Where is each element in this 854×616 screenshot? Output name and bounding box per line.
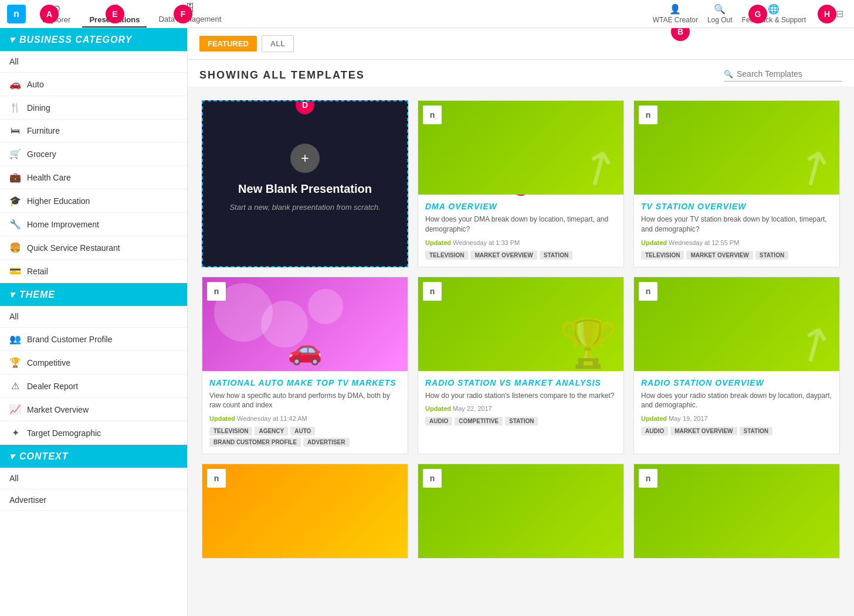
dealer-report-icon: ⚠ (9, 380, 21, 392)
nav-logout-label: Log Out (707, 16, 733, 24)
sidebar-item-dining[interactable]: 🍴 Dining (0, 96, 187, 120)
dma-arrow-icon: ↗ (567, 134, 623, 195)
sidebar-item-all-business[interactable]: All (0, 51, 187, 73)
badge-e: E (106, 5, 124, 23)
sidebar-brand-customer-label: Brand Customer Profile (27, 335, 113, 344)
theme-label: THEME (19, 290, 55, 300)
sidebar-item-furniture[interactable]: 🛏 Furniture (0, 120, 187, 142)
logout-icon: 🔍 (714, 4, 726, 15)
sidebar-dealer-label: Dealer Report (27, 382, 78, 391)
dma-tag-2: STATION (540, 251, 572, 260)
app-logo[interactable]: n (7, 5, 26, 23)
badge-d: D (296, 100, 314, 114)
new-blank-subtitle: Start a new, blank presentation from scr… (229, 203, 380, 212)
sidebar-item-all-context[interactable]: All (0, 468, 187, 489)
dma-card-title: DMA OVERVIEW (425, 202, 616, 211)
business-category-header[interactable]: ▾ BUSINESS CATEGORY (0, 28, 187, 51)
radio-vs-desc: How do your radio station's listeners co… (425, 391, 616, 401)
national-auto-tag-4: ADVERTISER (303, 438, 349, 447)
bottom-card-3-image: n (634, 464, 839, 558)
radio-overview-desc: How does your radio station break down b… (641, 391, 832, 411)
tv-station-card[interactable]: n ↗ TV STATION OVERVIEW How does your TV… (633, 100, 840, 267)
radio-overview-updated-label: Updated (641, 415, 667, 422)
bottom-card-3-bg: n (634, 464, 839, 558)
featured-filter-button[interactable]: FEATURED (199, 36, 257, 52)
sidebar-item-grocery[interactable]: 🛒 Grocery (0, 142, 187, 166)
radio-overview-content: RADIO STATION OVERVIEW How does your rad… (634, 371, 839, 443)
main-layout: ▾ BUSINESS CATEGORY All 🚗 Auto 🍴 Dining … (0, 28, 854, 616)
dma-updated-date: Wednesday at 1:33 PM (453, 239, 520, 246)
national-auto-card[interactable]: n 🚗 NATIONAL AUTO MAKE TOP TV MARKETS Vi… (202, 277, 408, 455)
sidebar-item-auto[interactable]: 🚗 Auto (0, 73, 187, 96)
badge-f: F (174, 5, 192, 23)
new-blank-card[interactable]: D + New Blank Presentation Start a new, … (202, 100, 408, 267)
national-auto-desc: View how a specific auto brand performs … (209, 391, 401, 411)
content-area: B FEATURED ALL SHOWING ALL TEMPLATES 🔍 D… (188, 28, 854, 616)
badge-h: H (818, 5, 836, 23)
national-auto-updated: Updated Wednesday at 11:42 AM (209, 415, 401, 422)
radio-overview-card[interactable]: n ↗ RADIO STATION OVERVIEW How does your… (633, 277, 840, 455)
nav-logout[interactable]: 🔍 Log Out (707, 4, 733, 24)
bottom-card-2-bg: n (418, 464, 623, 558)
sidebar-item-target-demo[interactable]: ✦ Target Demographic (0, 421, 187, 445)
sidebar-item-all-theme[interactable]: All (0, 306, 187, 328)
radio-overview-tag-0: AUDIO (641, 427, 668, 435)
retail-icon: 💳 (9, 266, 21, 277)
badge-g: G (748, 5, 767, 23)
new-blank-title: New Blank Presentation (238, 182, 372, 196)
radio-vs-title: RADIO STATION VS MARKET ANALYSIS (425, 378, 616, 387)
national-auto-tag-1: AGENCY (255, 427, 288, 435)
sidebar-theme-all-label: All (9, 312, 19, 321)
bottom-card-2[interactable]: n (418, 464, 624, 559)
bottom-card-1-logo: n (207, 469, 226, 488)
radio-vs-image: n 🏆 (418, 277, 623, 371)
sidebar: ▾ BUSINESS CATEGORY All 🚗 Auto 🍴 Dining … (0, 28, 188, 616)
healthcare-icon: 💼 (9, 172, 21, 183)
national-auto-tags: TELEVISION AGENCY AUTO BRAND CUSTOMER PR… (209, 427, 401, 447)
bottom-card-2-image: n (418, 464, 623, 558)
bottom-card-2-logo: n (423, 469, 442, 488)
tv-card-tags: TELEVISION MARKET OVERVIEW STATION (641, 251, 832, 260)
top-navigation: A E F G H n ⊙ Explorer 📄 Presentations 🗄… (0, 0, 854, 28)
sidebar-item-higher-education[interactable]: 🎓 Higher Education (0, 189, 187, 213)
sidebar-item-healthcare[interactable]: 💼 Health Care (0, 166, 187, 189)
brand-customer-icon: 👥 (9, 333, 21, 345)
grocery-icon: 🛒 (9, 148, 21, 159)
sidebar-advertiser-label: Advertiser (9, 495, 46, 505)
sidebar-item-dealer-report[interactable]: ⚠ Dealer Report (0, 375, 187, 398)
sidebar-item-retail[interactable]: 💳 Retail (0, 260, 187, 283)
dma-logo: n (423, 105, 442, 124)
theme-arrow: ▾ (9, 289, 15, 300)
sidebar-item-market-overview[interactable]: 📈 Market Overview (0, 398, 187, 421)
radio-overview-arrow-icon: ↗ (783, 310, 839, 371)
template-grid: D + New Blank Presentation Start a new, … (188, 86, 854, 573)
sidebar-item-brand-customer[interactable]: 👥 Brand Customer Profile (0, 328, 187, 351)
sidebar-all-label: All (9, 57, 19, 66)
radio-vs-updated-label: Updated (425, 405, 451, 412)
tv-card-desc: How does your TV station break down by l… (641, 215, 832, 234)
context-arrow: ▾ (9, 451, 15, 462)
sidebar-competitive-label: Competitive (27, 358, 70, 367)
bottom-card-3[interactable]: n (633, 464, 840, 559)
dma-tag-0: TELEVISION (425, 251, 468, 260)
nav-wtae-creator[interactable]: 👤 WTAE Creator (653, 4, 698, 24)
dma-tag-1: MARKET OVERVIEW (470, 251, 537, 260)
context-header[interactable]: ▾ CONTEXT (0, 445, 187, 468)
feedback-icon: 🌐 (768, 4, 780, 15)
theme-header[interactable]: ▾ THEME (0, 283, 187, 306)
radio-overview-title: RADIO STATION OVERVIEW (641, 378, 832, 387)
furniture-icon: 🛏 (9, 125, 21, 136)
sidebar-item-advertiser[interactable]: Advertiser (0, 489, 187, 511)
radio-vs-card[interactable]: n 🏆 RADIO STATION VS MARKET ANALYSIS How… (418, 277, 624, 455)
sidebar-item-competitive[interactable]: 🏆 Competitive (0, 351, 187, 375)
sidebar-grocery-label: Grocery (27, 149, 56, 159)
bubble-3 (308, 289, 343, 324)
dma-overview-card[interactable]: C n ↗ DMA OVERVIEW How does your DMA bre… (418, 100, 624, 267)
bottom-card-1[interactable]: n (202, 464, 408, 559)
sidebar-item-qsr[interactable]: 🍔 Quick Service Restaurant (0, 236, 187, 260)
auto-icon: 🚗 (9, 79, 21, 90)
search-input[interactable] (737, 69, 842, 79)
sidebar-item-home-improvement[interactable]: 🔧 Home Improvement (0, 213, 187, 236)
all-filter-button[interactable]: ALL (262, 35, 294, 52)
competitive-icon: 🏆 (9, 357, 21, 368)
